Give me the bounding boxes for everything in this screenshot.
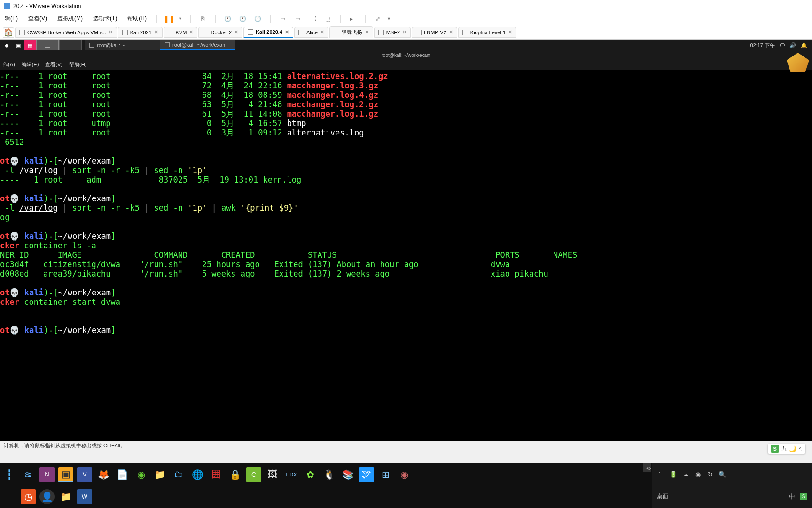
menu-help[interactable]: 帮助(H) xyxy=(125,14,148,24)
vmware-taskbar-icon[interactable]: ▣ xyxy=(58,467,73,482)
close-icon[interactable]: ✕ xyxy=(189,29,193,35)
paint-icon[interactable]: 🖼 xyxy=(265,467,280,482)
pause-button[interactable]: ❚❚ xyxy=(165,15,173,23)
qq-icon[interactable]: 🐧 xyxy=(321,467,336,482)
terminal-launcher-icon[interactable]: ▣ xyxy=(13,40,24,50)
edge-icon[interactable]: 🌐 xyxy=(190,467,205,482)
clock[interactable]: 02:17 下午 xyxy=(750,42,775,49)
lock-icon[interactable]: 🔒 xyxy=(227,467,242,482)
vm-tab-lnmp[interactable]: LNMP-V2✕ xyxy=(412,27,457,38)
term-menu-view[interactable]: 查看(V) xyxy=(45,61,62,68)
ime-float[interactable]: S 五 🌙 °, xyxy=(768,444,805,454)
word-icon[interactable]: W xyxy=(77,489,92,504)
vm-tab-kali2020[interactable]: Kali 2020.4✕ xyxy=(243,27,293,38)
stretch-dropdown[interactable]: ▼ xyxy=(387,16,391,21)
bird-icon[interactable]: 🕊 xyxy=(359,467,374,482)
menu-vm[interactable]: 虚拟机(M) xyxy=(55,14,85,24)
terminal-content[interactable]: -r-- 1 root root 84 2月 18 15:41 alternat… xyxy=(0,70,812,337)
term-menu-edit[interactable]: 编辑(E) xyxy=(22,61,39,68)
helper-icon[interactable]: ┇ xyxy=(2,467,17,482)
close-icon[interactable]: ✕ xyxy=(154,29,158,35)
snapshot-take-icon[interactable]: 🕐 xyxy=(224,15,232,23)
desktop-label[interactable]: 桌面 xyxy=(657,492,668,500)
console-icon[interactable]: ▸_ xyxy=(349,15,357,23)
tray-search-icon[interactable]: 🔍 xyxy=(718,470,726,479)
menu-edit[interactable]: 辑(E) xyxy=(3,14,20,24)
close-icon[interactable]: ✕ xyxy=(234,29,238,35)
menu-view[interactable]: 查看(V) xyxy=(26,14,49,24)
sogou-tray-icon[interactable]: S xyxy=(800,493,807,500)
kali-menu-icon[interactable]: ◆ xyxy=(1,40,12,50)
explorer-icon[interactable]: 🗂 xyxy=(171,467,186,482)
hdx-icon[interactable]: HDX xyxy=(284,467,299,482)
volume-icon[interactable]: 🔊 xyxy=(789,42,796,48)
snapshot-revert-icon[interactable]: 🕐 xyxy=(239,15,247,23)
notepad-icon[interactable]: 📄 xyxy=(115,467,130,482)
view-fullscreen-icon[interactable]: ⛶ xyxy=(309,15,317,23)
kali-window-exam[interactable]: root@kali: ~/work/exam xyxy=(160,40,235,50)
vm-tab-msf2[interactable]: MSF2✕ xyxy=(374,27,411,38)
workspace-2[interactable] xyxy=(59,40,82,50)
windows-term-icon[interactable]: ⊞ xyxy=(378,467,393,482)
home-tab[interactable]: 🏠 xyxy=(3,27,14,38)
screen-icon xyxy=(122,30,128,35)
tray-cloud-icon[interactable]: ☁ xyxy=(681,470,690,479)
vm-tab-alice[interactable]: Alice✕ xyxy=(294,27,328,38)
taskbar-row-2: ◷ 👤 📁 W 桌面 中 S xyxy=(0,485,812,508)
display-icon[interactable]: 🖵 xyxy=(780,42,785,48)
tray-monitor-icon[interactable]: 🖵 xyxy=(657,470,665,479)
app-red-icon[interactable]: 囲 xyxy=(209,467,224,482)
vm-tab-docker2[interactable]: Docker-2✕ xyxy=(198,27,242,38)
send-ctrl-alt-del-icon[interactable]: ⎘ xyxy=(199,15,207,23)
app-1-icon[interactable]: ≋ xyxy=(21,467,36,482)
close-icon[interactable]: ✕ xyxy=(402,29,406,35)
kali-window-root1[interactable]: root@kali: ~ xyxy=(85,40,160,50)
view-unity-icon[interactable]: ⬚ xyxy=(324,15,332,23)
vm-tab-qingwu[interactable]: 轻舞飞扬✕ xyxy=(329,26,373,38)
onenote-icon[interactable]: N xyxy=(39,467,55,482)
folder-yellow-icon[interactable]: 📁 xyxy=(152,467,167,482)
tray-overflow-icon[interactable]: » xyxy=(648,464,651,472)
vmware-titlebar: 20.4 - VMware Workstation xyxy=(0,0,812,12)
close-icon[interactable]: ✕ xyxy=(320,29,324,35)
explorer2-icon[interactable]: 📁 xyxy=(58,489,73,504)
terminal-window[interactable]: root@kali: ~/work/exam 作(A) 编辑(E) 查看(V) … xyxy=(0,51,812,441)
camtasia-icon[interactable]: C xyxy=(246,467,261,482)
status-text: 计算机，请将鼠标指针从虚拟机中移出或按 Ctrl+Alt。 xyxy=(4,442,125,449)
close-icon[interactable]: ✕ xyxy=(449,29,453,35)
view-single-icon[interactable]: ▭ xyxy=(279,15,287,23)
vm-tab-label: KVM xyxy=(176,30,187,35)
visio-icon[interactable]: V xyxy=(77,467,92,482)
vm-tab-owasp[interactable]: OWASP Broken Web Apps VM v...✕ xyxy=(15,27,117,38)
app-last-icon[interactable]: ◉ xyxy=(397,467,412,482)
books-icon[interactable]: 📚 xyxy=(340,467,355,482)
power-dropdown[interactable]: ▼ xyxy=(178,16,182,21)
snapshot-manage-icon[interactable]: 🕐 xyxy=(254,15,262,23)
moon-icon: 🌙 xyxy=(789,445,796,452)
notifications-icon[interactable]: 🔔 xyxy=(801,42,807,48)
close-icon[interactable]: ✕ xyxy=(365,29,369,35)
close-icon[interactable]: ✕ xyxy=(285,29,289,35)
ubuntu-icon[interactable]: ◷ xyxy=(21,489,36,504)
vm-tab-kioptrix[interactable]: Kioptrix Level 1✕ xyxy=(458,27,516,38)
close-icon[interactable]: ✕ xyxy=(508,29,512,35)
vm-tab-kvm[interactable]: KVM✕ xyxy=(164,27,198,38)
term-menu-help[interactable]: 帮助(H) xyxy=(69,61,86,68)
term-menu-file[interactable]: 作(A) xyxy=(3,61,15,68)
files-launcher-icon[interactable]: ▦ xyxy=(24,40,36,50)
window-label: root@kali: ~/work/exam xyxy=(172,42,226,48)
tray-refresh-icon[interactable]: ↻ xyxy=(706,470,714,479)
stretch-icon[interactable]: ⤢ xyxy=(374,15,382,23)
tray-battery-icon[interactable]: 🔋 xyxy=(669,470,678,479)
close-icon[interactable]: ✕ xyxy=(109,29,113,35)
ime-lang[interactable]: 中 xyxy=(788,492,796,501)
firefox-icon[interactable]: 🦊 xyxy=(96,467,111,482)
menu-tabs[interactable]: 选项卡(T) xyxy=(91,14,119,24)
workspace-1[interactable] xyxy=(36,40,59,50)
clover-icon[interactable]: ✿ xyxy=(303,467,318,482)
tray-app-icon[interactable]: ◉ xyxy=(694,470,702,479)
vm-tab-kali2021[interactable]: Kali 2021✕ xyxy=(118,27,163,38)
app-green-icon[interactable]: ◉ xyxy=(133,467,148,482)
view-multi-icon[interactable]: ▭ xyxy=(294,15,302,23)
avatar-icon[interactable]: 👤 xyxy=(39,489,55,504)
